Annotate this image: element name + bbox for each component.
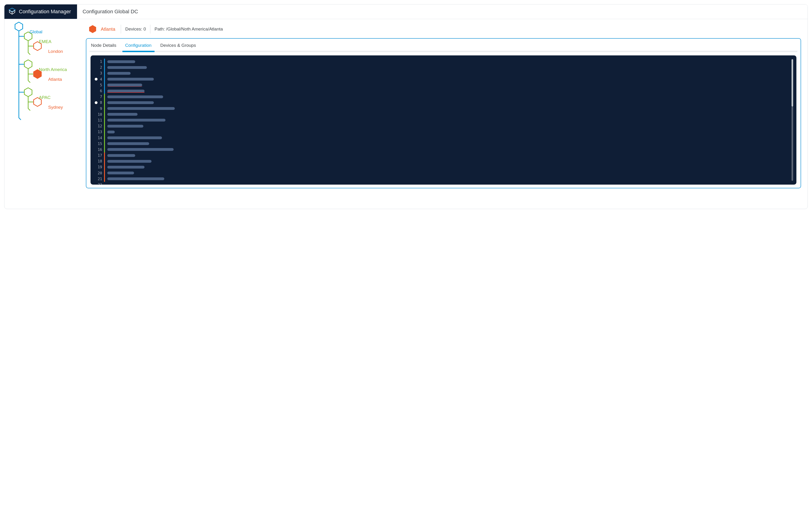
code-line[interactable]: 3 [90, 70, 796, 76]
line-number: 9 [90, 106, 104, 111]
tab-devices-groups[interactable]: Devices & Groups [160, 42, 197, 50]
code-line-truncated: 22 [90, 182, 796, 185]
tab-underline [90, 51, 797, 52]
line-source-bar [104, 70, 105, 76]
line-number: 12 [90, 124, 104, 128]
code-segment [107, 142, 149, 145]
line-source-bar [104, 129, 105, 135]
titlebar: Configuration Manager Configuration Glob… [4, 4, 808, 19]
line-number: 20 [90, 171, 104, 175]
line-number: 6 [90, 89, 104, 93]
code-line[interactable]: 19 [90, 164, 796, 170]
line-source-bar [104, 135, 105, 141]
line-number: 21 [90, 177, 104, 181]
scrollbar-thumb[interactable] [792, 59, 793, 106]
code-segment [107, 96, 163, 98]
code-line[interactable]: 1 [90, 59, 796, 64]
context-bar: Atlanta Devices: 0 Path: /Global/Noth Am… [86, 24, 801, 38]
line-number: 1 [90, 59, 104, 64]
line-source-bar [104, 76, 105, 82]
code-line[interactable]: 2 [90, 64, 796, 70]
tree-node-namerica[interactable]: North America [39, 67, 67, 72]
code-segment [107, 84, 142, 86]
line-source-bar [104, 164, 105, 170]
line-source-bar [104, 94, 105, 100]
line-number: 16 [90, 147, 104, 152]
config-editor[interactable]: 12345678910111213141516171819202122 [90, 55, 796, 185]
tree-connectors [4, 19, 84, 209]
line-source-bar [104, 176, 105, 182]
code-segment [107, 177, 164, 180]
line-number: 15 [90, 142, 104, 146]
code-line[interactable]: 10 [90, 112, 796, 117]
tree-node-emea[interactable]: EMEA [39, 39, 52, 44]
line-source-bar [104, 158, 105, 164]
svg-marker-9 [89, 25, 96, 33]
sidebar-tree: GlobalEMEALondonNorth AmericaAtlantaAPAC… [4, 19, 84, 209]
code-line[interactable]: 18 [90, 158, 796, 164]
line-source-bar [104, 141, 105, 147]
code-segment [107, 90, 145, 92]
tree-node-global[interactable]: Global [30, 29, 42, 34]
code-line[interactable]: 16 [90, 147, 796, 153]
code-segment [107, 172, 134, 174]
code-line[interactable]: 20 [90, 170, 796, 176]
divider [121, 25, 121, 33]
editor-lines: 12345678910111213141516171819202122 [90, 55, 796, 185]
brand-label: Configuration Manager [19, 9, 71, 15]
content-panel: Node Details Configuration Devices & Gro… [86, 38, 801, 188]
strike-line [107, 86, 142, 87]
code-line[interactable]: 4 [90, 76, 796, 82]
divider [150, 25, 150, 33]
code-line[interactable]: 21 [90, 176, 796, 182]
line-number: 14 [90, 136, 104, 140]
line-source-bar [104, 59, 105, 64]
line-source-bar [104, 123, 105, 129]
line-number: 11 [90, 118, 104, 123]
code-segment [107, 66, 147, 69]
line-source-bar [104, 117, 105, 123]
body: GlobalEMEALondonNorth AmericaAtlantaAPAC… [4, 19, 808, 209]
line-number: 3 [90, 71, 104, 75]
line-source-bar [104, 100, 105, 105]
svg-marker-7 [25, 88, 32, 97]
context-devices: Devices: 0 [125, 27, 146, 32]
tree-node-sydney[interactable]: Sydney [48, 105, 63, 110]
code-line[interactable]: 14 [90, 135, 796, 141]
code-line[interactable]: 6 [90, 88, 796, 94]
code-line[interactable]: 12 [90, 123, 796, 129]
breakpoint-dot-icon[interactable] [95, 101, 98, 104]
page-title: Configuration Global DC [77, 4, 808, 19]
context-path: Path: /Global/Noth America/Atlanta [155, 27, 223, 32]
line-number: 13 [90, 130, 104, 134]
tab-strip: Node Details Configuration Devices & Gro… [90, 42, 796, 50]
code-line[interactable]: 5 [90, 82, 796, 88]
tree-node-apac[interactable]: APAC [39, 95, 50, 100]
line-number: 2 [90, 65, 104, 70]
editor-scrollbar[interactable] [792, 59, 793, 181]
code-line[interactable]: 15 [90, 141, 796, 147]
code-line[interactable]: 7 [90, 94, 796, 100]
code-line[interactable]: 17 [90, 153, 796, 158]
code-line[interactable]: 13 [90, 129, 796, 135]
tab-configuration[interactable]: Configuration [125, 42, 152, 50]
svg-marker-2 [15, 22, 23, 31]
line-number: 17 [90, 153, 104, 158]
main: Atlanta Devices: 0 Path: /Global/Noth Am… [84, 19, 808, 209]
line-source-bar [104, 112, 105, 117]
code-segment [107, 72, 131, 75]
code-segment [107, 160, 151, 163]
code-line[interactable]: 9 [90, 106, 796, 112]
code-line[interactable]: 8 [90, 100, 796, 105]
tree-node-atlanta[interactable]: Atlanta [48, 77, 62, 82]
code-segment [107, 154, 135, 157]
line-number: 19 [90, 165, 104, 169]
app-window: Configuration Manager Configuration Glob… [4, 4, 808, 209]
code-line[interactable]: 11 [90, 117, 796, 123]
code-segment [107, 78, 154, 81]
line-number: 10 [90, 112, 104, 117]
code-segment [107, 125, 143, 128]
hexagon-icon [89, 25, 97, 33]
tree-node-london[interactable]: London [48, 49, 63, 54]
tab-node-details[interactable]: Node Details [90, 42, 117, 50]
